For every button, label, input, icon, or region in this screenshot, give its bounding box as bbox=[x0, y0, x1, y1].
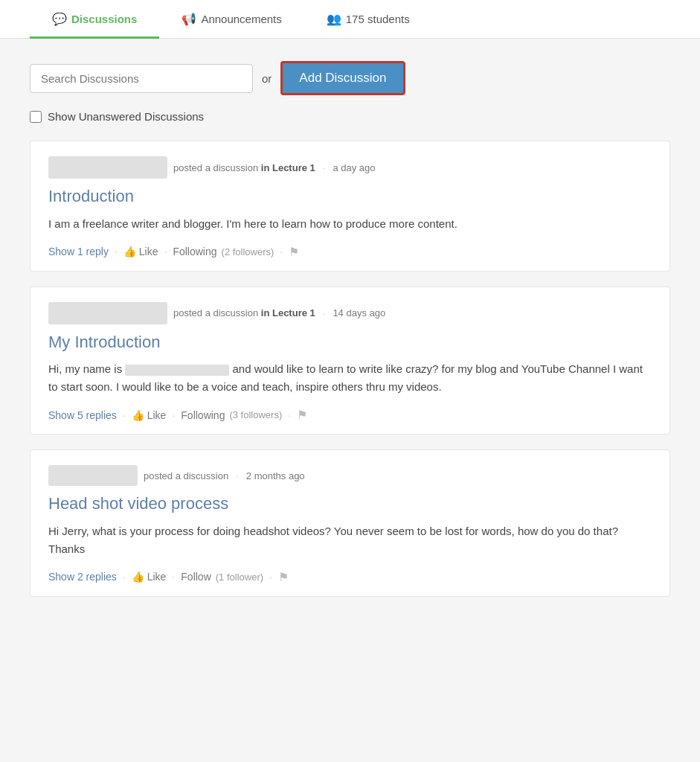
tabs-container: 💬 Discussions 📢 Announcements 👥 175 stud… bbox=[0, 0, 700, 39]
followers-count-2: (3 followers) bbox=[229, 409, 282, 420]
following-text-3[interactable]: Follow bbox=[181, 571, 211, 583]
discussion-card-2: posted a discussion in Lecture 1 · 14 da… bbox=[30, 286, 670, 435]
show-replies-link-2[interactable]: Show 5 replies bbox=[48, 409, 117, 421]
tab-students[interactable]: 👥 175 students bbox=[304, 0, 432, 38]
discussions-icon: 💬 bbox=[52, 12, 67, 26]
discussion-card-3: posted a discussion · 2 months ago Head … bbox=[30, 449, 670, 597]
flag-icon-1[interactable]: ⚑ bbox=[289, 245, 299, 259]
search-row: or Add Discussion bbox=[30, 61, 670, 95]
tab-announcements-label: Announcements bbox=[201, 13, 281, 25]
post-meta-2: posted a discussion in Lecture 1 · 14 da… bbox=[48, 302, 652, 324]
thumb-icon-1: 👍 bbox=[123, 246, 136, 257]
main-content: or Add Discussion Show Unanswered Discus… bbox=[0, 39, 700, 634]
followers-count-1: (2 followers) bbox=[222, 246, 274, 257]
discussion-body-3: Hi Jerry, what is your process for doing… bbox=[48, 522, 652, 558]
post-time-2: 14 days ago bbox=[333, 307, 385, 318]
post-meta-text-1: posted a discussion in Lecture 1 bbox=[173, 162, 315, 173]
like-label-2: Like bbox=[147, 409, 167, 421]
following-text-1[interactable]: Following bbox=[173, 246, 216, 257]
actions-row-3: Show 2 replies · 👍 Like · Follow (1 foll… bbox=[48, 570, 652, 584]
tab-discussions-label: Discussions bbox=[71, 13, 137, 25]
flag-icon-2[interactable]: ⚑ bbox=[297, 408, 307, 422]
unanswered-checkbox[interactable] bbox=[30, 111, 42, 123]
flag-icon-3[interactable]: ⚑ bbox=[278, 570, 289, 584]
discussion-title-2[interactable]: My Introduction bbox=[48, 332, 652, 353]
students-icon: 👥 bbox=[327, 12, 341, 26]
following-text-2[interactable]: Following bbox=[181, 409, 225, 421]
actions-row-1: Show 1 reply · 👍 Like · Following (2 fol… bbox=[48, 245, 652, 259]
post-meta-text-2: posted a discussion in Lecture 1 bbox=[173, 307, 315, 318]
like-label-3: Like bbox=[147, 571, 167, 583]
discussion-body-2: Hi, my name is and would like to learn t… bbox=[48, 360, 652, 396]
filter-label: Show Unanswered Discussions bbox=[48, 110, 204, 123]
add-discussion-button[interactable]: Add Discussion bbox=[280, 61, 405, 95]
actions-row-2: Show 5 replies · 👍 Like · Following (3 f… bbox=[48, 408, 652, 422]
tab-announcements[interactable]: 📢 Announcements bbox=[159, 0, 304, 38]
like-button-2[interactable]: 👍 Like bbox=[132, 409, 167, 421]
filter-row: Show Unanswered Discussions bbox=[30, 110, 670, 123]
or-text: or bbox=[262, 72, 272, 85]
avatar-1 bbox=[48, 156, 167, 179]
avatar-2 bbox=[48, 302, 167, 324]
show-replies-link-1[interactable]: Show 1 reply bbox=[48, 246, 109, 257]
show-replies-link-3[interactable]: Show 2 replies bbox=[48, 571, 117, 583]
discussion-title-1[interactable]: Introduction bbox=[48, 186, 652, 208]
discussion-body-1: I am a freelance writer and blogger. I'm… bbox=[48, 215, 652, 233]
tab-students-label: 175 students bbox=[346, 13, 410, 25]
like-button-1[interactable]: 👍 Like bbox=[123, 246, 158, 257]
like-button-3[interactable]: 👍 Like bbox=[132, 571, 167, 583]
search-input[interactable] bbox=[30, 64, 253, 93]
like-label-1: Like bbox=[139, 246, 158, 257]
post-time-1: a day ago bbox=[333, 162, 375, 173]
post-meta-1: posted a discussion in Lecture 1 · a day… bbox=[48, 156, 652, 179]
tab-discussions[interactable]: 💬 Discussions bbox=[30, 0, 159, 38]
avatar-3 bbox=[48, 465, 138, 486]
thumb-icon-3: 👍 bbox=[132, 571, 144, 583]
announcements-icon: 📢 bbox=[182, 12, 196, 26]
followers-count-3: (1 follower) bbox=[216, 572, 263, 583]
thumb-icon-2: 👍 bbox=[132, 409, 144, 421]
discussion-card-1: posted a discussion in Lecture 1 · a day… bbox=[30, 141, 670, 272]
discussion-title-3[interactable]: Head shot video process bbox=[48, 493, 652, 515]
post-meta-3: posted a discussion · 2 months ago bbox=[48, 465, 652, 486]
post-time-3: 2 months ago bbox=[246, 470, 305, 481]
post-meta-text-3: posted a discussion bbox=[144, 470, 228, 481]
redacted-name-2 bbox=[125, 365, 229, 376]
